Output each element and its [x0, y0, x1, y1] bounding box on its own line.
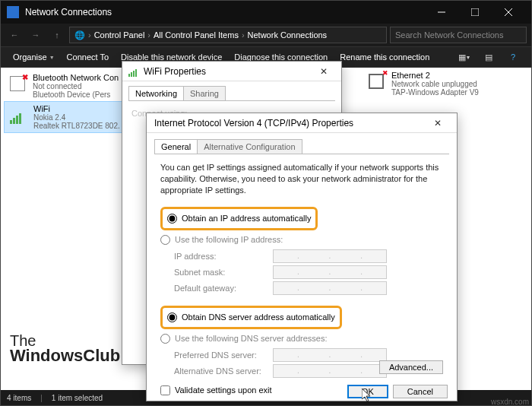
close-button[interactable]: ✕	[426, 118, 449, 128]
chevron-right-icon: ›	[147, 30, 150, 40]
pref-dns-input: ...	[273, 348, 387, 362]
nav-bar: ← → ↑ 🌐 › Control Panel › All Control Pa…	[1, 24, 531, 46]
subnet-mask-input: ...	[273, 265, 387, 279]
radio-manual-dns[interactable]: Use the following DNS server addresses:	[160, 332, 443, 345]
rename-button[interactable]: Rename this connection	[335, 51, 434, 63]
pref-dns-label: Preferred DNS server:	[174, 350, 273, 360]
status-selected-count: 1 item selected	[52, 394, 103, 402]
minimize-button[interactable]	[425, 1, 458, 24]
ok-button[interactable]: OK	[347, 385, 388, 398]
radio-label: Obtain DNS server address automatically	[182, 312, 335, 322]
validate-checkbox-input[interactable]	[160, 385, 170, 395]
validate-checkbox[interactable]: Validate settings upon exit	[160, 385, 443, 395]
help-button[interactable]: ?	[502, 49, 524, 65]
ethernet-icon: ✖	[366, 71, 387, 92]
radio-auto-dns-input[interactable]	[167, 312, 177, 322]
highlight-auto-dns: Obtain DNS server address automatically	[160, 306, 342, 329]
tab-alt-config[interactable]: Alternative Configuration	[197, 139, 302, 154]
window-title: Network Connections	[25, 7, 425, 17]
chevron-right-icon: ›	[88, 30, 91, 40]
preview-pane-button[interactable]: ▤	[478, 49, 499, 65]
radio-label: Use the following IP address:	[175, 235, 283, 244]
connection-status: Nokia 2.4	[33, 113, 120, 122]
tab-strip: General Alternative Configuration	[147, 133, 457, 154]
radio-auto-dns[interactable]: Obtain DNS server address automatically	[167, 311, 335, 324]
alt-dns-label: Alternative DNS server:	[174, 366, 273, 376]
forward-button[interactable]: →	[27, 26, 45, 44]
svg-marker-4	[362, 389, 370, 401]
connection-status: Network cable unplugged	[391, 80, 479, 88]
unplugged-x-icon: ✖	[382, 69, 388, 77]
dialog-title: Internet Protocol Version 4 (TCP/IPv4) P…	[154, 118, 353, 128]
gateway-label: Default gateway:	[174, 284, 273, 293]
connection-name: Bluetooth Network Con	[33, 73, 119, 82]
radio-manual-ip-input[interactable]	[160, 235, 170, 245]
connection-device: Realtek RTL8723DE 802.	[33, 122, 120, 130]
connect-to-button[interactable]: Connect To	[62, 51, 113, 63]
tab-body: You can get IP settings assigned automat…	[154, 154, 449, 380]
subnet-mask-label: Subnet mask:	[174, 268, 273, 277]
breadcrumb-item[interactable]: Control Panel	[94, 30, 145, 40]
radio-label: Obtain an IP address automatically	[182, 214, 311, 223]
radio-manual-ip[interactable]: Use the following IP address:	[160, 233, 443, 246]
advanced-button[interactable]: Advanced...	[379, 360, 443, 374]
disabled-x-icon: ✖	[22, 73, 28, 81]
wifi-icon	[128, 66, 139, 77]
maximize-button[interactable]	[458, 1, 492, 24]
site-watermark: wsxdn.com	[491, 398, 529, 406]
tab-networking[interactable]: Networking	[128, 86, 184, 100]
dialog-titlebar[interactable]: WiFi Properties ✕	[122, 62, 341, 81]
tab-general[interactable]: General	[154, 139, 198, 154]
close-button[interactable]: ✕	[312, 66, 335, 77]
chevron-down-icon: ▼	[49, 55, 55, 60]
connection-device: Bluetooth Device (Pers	[33, 90, 119, 99]
ip-address-input: ...	[273, 249, 387, 263]
search-placeholder: Search Network Connections	[395, 30, 503, 40]
intro-text: You can get IP settings assigned automat…	[160, 162, 443, 196]
wifi-icon	[8, 104, 29, 125]
titlebar[interactable]: Network Connections	[1, 1, 531, 24]
highlight-auto-ip: Obtain an IP address automatically	[160, 207, 318, 230]
radio-manual-dns-input[interactable]	[160, 334, 170, 344]
up-button[interactable]: ↑	[48, 26, 66, 44]
window-icon	[7, 6, 19, 18]
radio-auto-ip[interactable]: Obtain an IP address automatically	[167, 212, 311, 225]
connection-name: Ethernet 2	[391, 71, 479, 80]
gateway-input: ...	[273, 281, 387, 295]
tab-strip: Networking Sharing	[122, 81, 341, 100]
search-input[interactable]: Search Network Connections	[390, 27, 527, 43]
connection-status: Not connected	[33, 82, 119, 90]
checkbox-label: Validate settings upon exit	[175, 385, 272, 395]
breadcrumb-icon: 🌐	[74, 30, 85, 40]
dialog-titlebar[interactable]: Internet Protocol Version 4 (TCP/IPv4) P…	[147, 113, 457, 133]
status-item-count: 4 items	[7, 394, 31, 402]
breadcrumb-item[interactable]: Network Connections	[248, 30, 328, 40]
cursor-icon	[362, 389, 372, 402]
chevron-right-icon: ›	[242, 30, 245, 40]
breadcrumb-item[interactable]: All Control Panel Items	[154, 30, 239, 40]
radio-auto-ip-input[interactable]	[167, 214, 177, 224]
alt-dns-input: ...	[273, 364, 387, 378]
breadcrumb[interactable]: 🌐 › Control Panel › All Control Panel It…	[69, 27, 387, 43]
connection-ethernet[interactable]: ✖ Ethernet 2 Network cable unplugged TAP…	[366, 71, 518, 97]
bluetooth-icon: ✖	[7, 73, 28, 94]
ipv4-properties-dialog: Internet Protocol Version 4 (TCP/IPv4) P…	[146, 113, 458, 401]
connection-device: TAP-Windows Adapter V9	[391, 88, 479, 97]
radio-label: Use the following DNS server addresses:	[175, 334, 328, 343]
ip-address-label: IP address:	[174, 252, 273, 261]
close-button[interactable]	[492, 1, 525, 24]
dialog-title: WiFi Properties	[144, 66, 206, 77]
back-button[interactable]: ←	[5, 26, 24, 44]
connection-name: WiFi	[33, 104, 120, 113]
watermark-logo: The WindowsClub	[10, 334, 120, 364]
view-options-button[interactable]: ▦▼	[454, 49, 475, 65]
organise-menu[interactable]: Organise▼	[8, 51, 59, 63]
svg-rect-1	[471, 8, 479, 16]
tab-sharing[interactable]: Sharing	[183, 86, 226, 100]
